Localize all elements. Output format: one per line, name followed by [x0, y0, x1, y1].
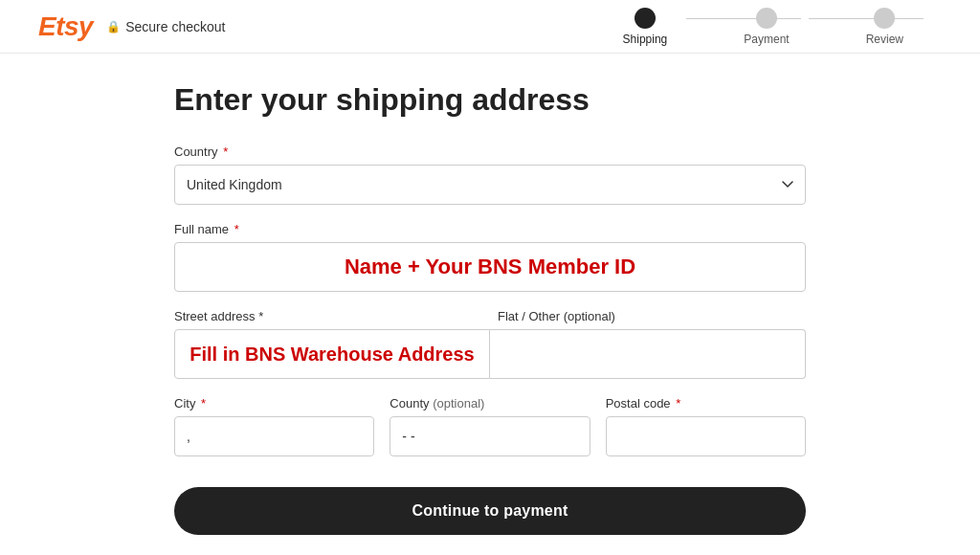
street-row-container: Street address * Flat / Other (optional)…: [174, 309, 806, 379]
postal-group: Postal code *: [606, 396, 806, 456]
flat-input[interactable]: [490, 329, 806, 379]
country-label: Country *: [174, 144, 806, 159]
city-input-wrapper: [174, 416, 374, 456]
postal-label: Postal code *: [606, 396, 806, 411]
city-group: City *: [174, 396, 374, 456]
page-title: Enter your shipping address: [174, 82, 806, 118]
step-shipping-label: Shipping: [623, 33, 668, 46]
step-payment: Payment: [744, 8, 789, 46]
country-select[interactable]: United Kingdom United States Canada Aust…: [174, 165, 806, 205]
continue-button[interactable]: Continue to payment: [174, 487, 806, 535]
county-group: County (optional): [390, 396, 590, 456]
city-county-postal-row: City * County (optional) Postal code *: [174, 396, 806, 456]
city-label: City *: [174, 396, 374, 411]
postal-input[interactable]: [606, 416, 806, 456]
fullname-input[interactable]: [174, 242, 806, 292]
county-input[interactable]: [390, 416, 590, 456]
street-labels-row: Street address * Flat / Other (optional): [174, 309, 806, 323]
fullname-label: Full name *: [174, 222, 806, 236]
step-review-label: Review: [866, 33, 903, 46]
street-inputs-row: Fill in BNS Warehouse Address: [174, 329, 806, 379]
step-shipping: Shipping: [623, 8, 668, 46]
header-left: Etsy 🔒 Secure checkout: [38, 11, 225, 42]
step-payment-label: Payment: [744, 33, 789, 46]
flat-input-wrapper: [490, 329, 806, 379]
step-review: Review: [866, 8, 903, 46]
country-group: Country * United Kingdom United States C…: [174, 144, 806, 205]
flat-label: Flat / Other (optional): [482, 309, 806, 323]
lock-icon: 🔒: [106, 20, 121, 33]
fullname-group: Full name * Name + Your BNS Member ID: [174, 222, 806, 292]
step-shipping-dot: [635, 8, 656, 29]
secure-checkout-label: Secure checkout: [125, 19, 225, 34]
secure-checkout: 🔒 Secure checkout: [106, 19, 225, 34]
checkout-steps: Shipping Payment Review: [623, 8, 903, 46]
county-label: County (optional): [390, 396, 590, 411]
street-label: Street address *: [174, 309, 482, 323]
etsy-logo: Etsy: [38, 11, 93, 42]
street-input[interactable]: [174, 329, 490, 379]
step-payment-dot: [756, 8, 777, 29]
fullname-input-wrapper: Name + Your BNS Member ID: [174, 242, 806, 292]
city-input[interactable]: [174, 416, 374, 456]
step-review-dot: [874, 8, 895, 29]
street-input-wrapper: Fill in BNS Warehouse Address: [174, 329, 490, 379]
